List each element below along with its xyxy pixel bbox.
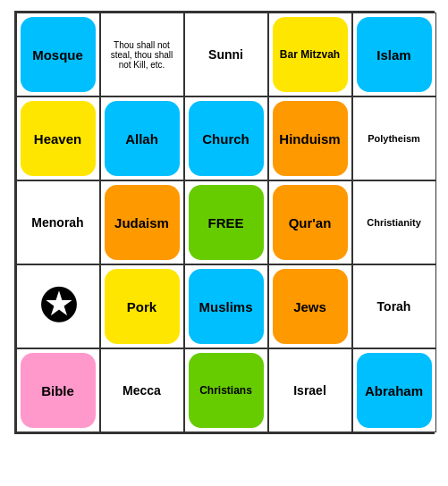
cell-inner-r2-c1: Judaism [105,185,180,260]
cell-r4-c0: Bible [16,348,100,432]
cell-text-r2-c0: Menorah [31,215,83,230]
cell-text-r2-c4: Christianity [367,217,421,228]
cell-inner-r0-c4: Islam [357,17,432,92]
cell-text-r4-c2: Christians [198,382,254,398]
cell-inner-r1-c0: Heaven [21,101,96,176]
cell-r3-c3: Jews [268,264,352,348]
cell-inner-r2-c3: Qur'an [273,185,348,260]
cell-r4-c2: Christians [184,348,268,432]
cell-r3-c1: Pork [100,264,184,348]
cell-r2-c3: Qur'an [268,180,352,264]
cell-text-r2-c2: FREE [206,214,245,232]
cell-inner-r4-c2: Christians [189,353,264,428]
cell-text-r1-c2: Church [200,130,251,148]
cell-inner-r0-c3: Bar Mitzvah [273,17,348,92]
cell-r0-c0: Mosque [16,13,100,96]
cell-inner-r4-c4: Abraham [357,353,432,428]
cell-text-r3-c4: Torah [377,299,411,314]
cell-inner-r3-c2: Muslims [189,269,264,344]
cell-r1-c4: Polytheism [352,96,436,180]
cell-text-r0-c0: Mosque [30,46,85,64]
cell-r3-c2: Muslims [184,264,268,348]
cell-r1-c3: Hinduism [268,96,352,180]
cell-r2-c0: Menorah [16,180,100,264]
star-of-david-icon: ✪ [39,284,77,329]
cell-inner-r1-c1: Allah [105,101,180,176]
cell-text-r3-c2: Muslims [197,297,254,316]
cell-text-r2-c3: Qur'an [287,214,334,232]
cell-text-r1-c1: Allah [123,130,160,148]
cell-r1-c1: Allah [100,96,184,180]
cell-r1-c0: Heaven [16,96,100,180]
cell-text-r0-c4: Islam [375,46,412,64]
cell-inner-r1-c3: Hinduism [273,101,348,176]
cell-text-r4-c3: Israel [293,383,326,398]
cell-text-r2-c1: Judaism [113,214,171,232]
cell-text-r1-c3: Hinduism [277,130,342,148]
cell-inner-r3-c3: Jews [273,269,348,344]
cell-r3-c4: Torah [352,264,436,348]
cell-text-r3-c3: Jews [292,297,328,316]
cell-text-r3-c1: Pork [125,297,158,316]
cell-inner-r1-c2: Church [189,101,264,176]
cell-inner-r3-c1: Pork [105,269,180,344]
cell-text-r1-c0: Heaven [32,130,83,148]
cell-r0-c3: Bar Mitzvah [268,13,352,96]
cell-text-r4-c4: Abraham [363,381,425,400]
cell-text-r4-c1: Mecca [123,383,161,398]
cell-r0-c2: Sunni [184,13,268,96]
bingo-header [5,0,444,11]
cell-r4-c3: Israel [268,348,352,432]
bingo-grid: MosqueThou shall not steal, thou shall n… [14,11,435,434]
cell-inner-r0-c0: Mosque [21,17,96,92]
cell-r0-c4: Islam [352,13,436,96]
cell-r4-c1: Mecca [100,348,184,432]
cell-text-r1-c4: Polytheism [368,133,420,144]
cell-r3-c0: ✪ [16,264,100,348]
cell-text-r0-c3: Bar Mitzvah [278,46,342,63]
cell-r4-c4: Abraham [352,348,436,432]
cell-r2-c1: Judaism [100,180,184,264]
cell-r1-c2: Church [184,96,268,180]
cell-inner-r4-c0: Bible [21,353,96,428]
cell-r2-c2: FREE [184,180,268,264]
cell-text-r4-c0: Bible [39,381,76,400]
cell-r0-c1: Thou shall not steal, thou shall not Kil… [100,13,184,96]
cell-text-r0-c2: Sunni [208,47,243,62]
cell-inner-r2-c2: FREE [189,185,264,260]
cell-text-r0-c1: Thou shall not steal, thou shall not Kil… [105,40,180,70]
cell-r2-c4: Christianity [352,180,436,264]
